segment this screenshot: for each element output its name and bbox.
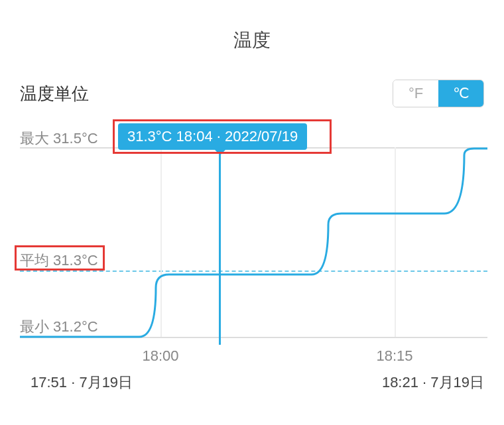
page-title: 温度 xyxy=(0,0,504,53)
line-plot xyxy=(0,129,504,347)
unit-toggle: °F ℃ xyxy=(393,80,484,107)
temperature-chart[interactable]: 最大 31.5°C 平均 31.3°C 最小 31.2°C 31.3°C 18:… xyxy=(0,129,504,381)
x-start-label: 17:51 · 7月19日 xyxy=(31,373,133,393)
highlight-avg-box xyxy=(15,245,105,271)
unit-celsius-button[interactable]: ℃ xyxy=(438,80,483,107)
x-end-label: 18:21 · 7月19日 xyxy=(382,373,484,393)
unit-label: 温度単位 xyxy=(20,82,89,105)
stat-min-label: 最小 31.2°C xyxy=(20,317,98,337)
x-tick-label: 18:15 xyxy=(376,347,412,365)
unit-row: 温度単位 °F ℃ xyxy=(0,53,504,107)
x-tick-label: 18:00 xyxy=(142,347,178,365)
stat-max-label: 最大 31.5°C xyxy=(20,129,98,149)
highlight-tooltip-box xyxy=(113,119,332,154)
unit-fahrenheit-button[interactable]: °F xyxy=(393,80,438,107)
